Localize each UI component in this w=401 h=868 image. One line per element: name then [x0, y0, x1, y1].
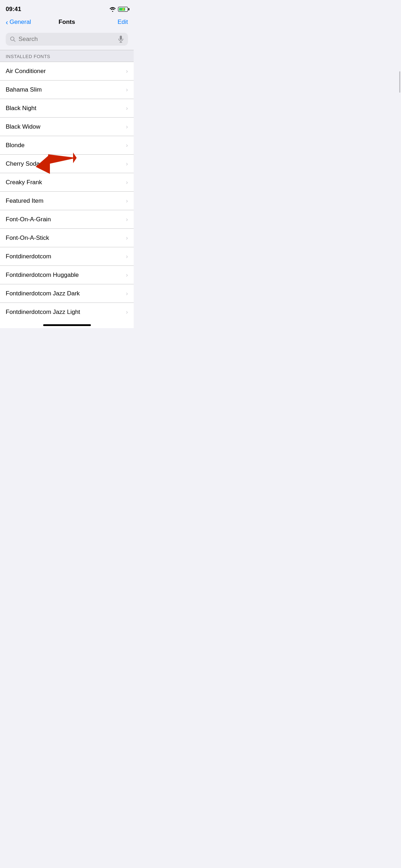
back-label: General	[10, 19, 31, 26]
status-icons: ⚡	[109, 7, 128, 12]
font-list-item[interactable]: Cherry Soda›	[0, 155, 134, 173]
search-bar[interactable]	[6, 33, 128, 46]
nav-bar: ‹ General Fonts Edit	[0, 16, 134, 30]
search-input[interactable]	[19, 36, 115, 43]
font-list: Air Conditioner›Bahama Slim›Black Night›…	[0, 62, 134, 321]
section-header: INSTALLED FONTS	[0, 50, 134, 62]
font-name-label: Featured Item	[6, 197, 43, 205]
font-list-item[interactable]: Black Night›	[0, 99, 134, 118]
chevron-right-icon: ›	[126, 86, 128, 93]
font-name-label: Air Conditioner	[6, 68, 46, 75]
home-indicator	[0, 321, 134, 328]
font-name-label: Black Widow	[6, 123, 40, 130]
back-chevron-icon: ‹	[6, 19, 8, 26]
font-name-label: Black Night	[6, 105, 36, 112]
font-list-item[interactable]: Fontdinerdotcom Jazz Light›	[0, 303, 134, 321]
chevron-right-icon: ›	[126, 123, 128, 130]
edit-button[interactable]: Edit	[118, 19, 128, 26]
chevron-right-icon: ›	[126, 105, 128, 112]
search-icon	[10, 36, 16, 42]
chevron-right-icon: ›	[126, 179, 128, 186]
chevron-right-icon: ›	[126, 197, 128, 205]
search-container	[0, 30, 134, 50]
font-list-item[interactable]: Blonde›	[0, 136, 134, 155]
font-list-item[interactable]: Air Conditioner›	[0, 62, 134, 81]
status-time: 09:41	[6, 6, 21, 13]
chevron-right-icon: ›	[126, 290, 128, 297]
font-list-item[interactable]: Creaky Frank›	[0, 173, 134, 192]
font-name-label: Creaky Frank	[6, 179, 42, 186]
font-list-item[interactable]: Font-On-A-Grain›	[0, 210, 134, 229]
font-list-item[interactable]: Fontdinerdotcom Huggable›	[0, 266, 134, 284]
section-header-label: INSTALLED FONTS	[6, 54, 50, 59]
font-name-label: Cherry Soda	[6, 160, 40, 167]
chevron-right-icon: ›	[126, 234, 128, 242]
chevron-right-icon: ›	[126, 68, 128, 75]
font-name-label: Fontdinerdotcom Huggable	[6, 272, 79, 279]
svg-line-1	[14, 40, 15, 42]
font-name-label: Bahama Slim	[6, 86, 42, 93]
svg-rect-2	[120, 36, 122, 40]
chevron-right-icon: ›	[126, 253, 128, 260]
chevron-right-icon: ›	[126, 142, 128, 149]
font-list-item[interactable]: Fontdinerdotcom›	[0, 247, 134, 266]
font-name-label: Font-On-A-Grain	[6, 216, 51, 223]
chevron-right-icon: ›	[126, 272, 128, 279]
font-list-item[interactable]: Black Widow›	[0, 118, 134, 136]
battery-icon: ⚡	[118, 7, 128, 12]
wifi-icon	[109, 7, 116, 12]
page-wrapper: 09:41 ⚡ ‹ General Fonts Edit	[0, 0, 134, 328]
font-list-item[interactable]: Font-On-A-Stick›	[0, 229, 134, 247]
font-name-label: Font-On-A-Stick	[6, 234, 49, 242]
font-name-label: Fontdinerdotcom Jazz Light	[6, 309, 80, 316]
microphone-icon[interactable]	[118, 36, 124, 43]
chevron-right-icon: ›	[126, 216, 128, 223]
page-title: Fonts	[58, 19, 75, 26]
back-button[interactable]: ‹ General	[6, 19, 31, 26]
font-list-item[interactable]: Fontdinerdotcom Jazz Dark›	[0, 284, 134, 303]
battery-bolt-icon: ⚡	[121, 7, 125, 11]
chevron-right-icon: ›	[126, 309, 128, 316]
chevron-right-icon: ›	[126, 160, 128, 167]
font-list-item[interactable]: Featured Item›	[0, 192, 134, 210]
font-name-label: Blonde	[6, 142, 25, 149]
home-bar	[43, 324, 91, 326]
status-bar: 09:41 ⚡	[0, 0, 134, 16]
font-list-item[interactable]: Bahama Slim›	[0, 81, 134, 99]
font-name-label: Fontdinerdotcom Jazz Dark	[6, 290, 80, 297]
font-name-label: Fontdinerdotcom	[6, 253, 51, 260]
